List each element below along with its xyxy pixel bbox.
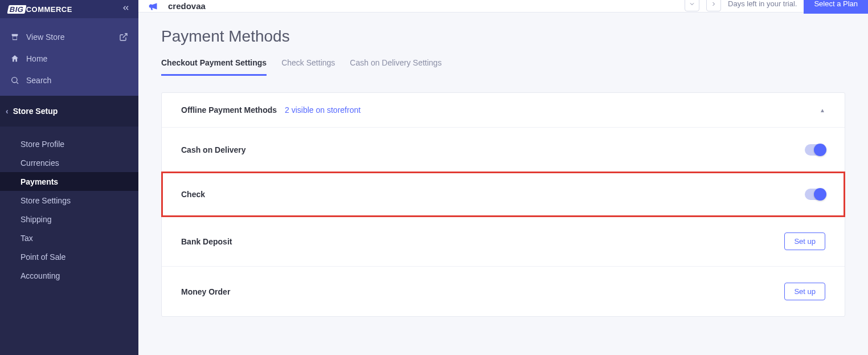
- tab-cash-on-delivery-settings[interactable]: Cash on Delivery Settings: [350, 58, 441, 76]
- payment-method-toggle[interactable]: [805, 189, 825, 200]
- payment-method-setup-button[interactable]: Set up: [784, 283, 825, 300]
- payment-method-toggle[interactable]: [805, 144, 825, 156]
- sidebar-sub-label: Accounting: [21, 271, 60, 280]
- visible-on-storefront-link[interactable]: 2 visible on storefront: [285, 105, 361, 115]
- tab-checkout-payment-settings[interactable]: Checkout Payment Settings: [161, 58, 267, 76]
- sidebar-label-search: Search: [26, 76, 51, 85]
- tabs: Checkout Payment SettingsCheck SettingsC…: [161, 58, 845, 76]
- app-megaphone-icon: [148, 0, 160, 13]
- panel-header: Offline Payment Methods 2 visible on sto…: [162, 93, 845, 128]
- nav-next-button[interactable]: [706, 0, 721, 11]
- app-name: credovaa: [168, 1, 206, 11]
- sidebar: BIGCOMMERCE View Store Home Search: [0, 0, 138, 355]
- external-link-icon: [119, 32, 128, 42]
- topbar: credovaa Days left in your trial. Select…: [138, 0, 868, 13]
- sidebar-item-store-profile[interactable]: Store Profile: [0, 134, 138, 153]
- sidebar-item-currencies[interactable]: Currencies: [0, 153, 138, 172]
- payment-method-row-money-order: Money OrderSet up: [162, 267, 845, 316]
- sidebar-label-home: Home: [26, 54, 47, 63]
- payment-method-name: Check: [181, 190, 805, 199]
- brand-rest: COMMERCE: [26, 5, 72, 14]
- sidebar-sub-label: Tax: [21, 234, 33, 243]
- payment-method-setup-button[interactable]: Set up: [784, 232, 825, 250]
- sidebar-item-home[interactable]: Home: [0, 48, 138, 70]
- toggle-knob: [814, 144, 826, 156]
- chevron-down-icon: [689, 1, 695, 7]
- payment-method-name: Money Order: [181, 287, 784, 296]
- chevron-left-icon: ‹: [6, 107, 9, 116]
- sidebar-brand: BIGCOMMERCE: [0, 0, 138, 18]
- payment-method-name: Bank Deposit: [181, 237, 784, 246]
- sidebar-item-payments[interactable]: Payments: [0, 172, 138, 191]
- sidebar-item-accounting[interactable]: Accounting: [0, 266, 138, 285]
- trial-text: Days left in your trial.: [728, 0, 797, 8]
- payment-method-row-bank-deposit: Bank DepositSet up: [162, 217, 845, 267]
- svg-line-2: [17, 82, 18, 84]
- brand-logo: BIGCOMMERCE: [8, 5, 72, 14]
- toggle-knob: [814, 188, 826, 201]
- brand-big: BIG: [7, 5, 26, 14]
- nav-prev-button[interactable]: [685, 0, 699, 11]
- payment-method-row-check: Check: [162, 172, 845, 217]
- sidebar-item-search[interactable]: Search: [0, 70, 138, 91]
- sidebar-item-view-store[interactable]: View Store: [0, 26, 138, 48]
- sidebar-collapse-button[interactable]: [121, 3, 130, 15]
- sidebar-label-view-store: View Store: [26, 32, 64, 42]
- sidebar-item-shipping[interactable]: Shipping: [0, 210, 138, 228]
- sidebar-item-tax[interactable]: Tax: [0, 228, 138, 247]
- panel-collapse-caret[interactable]: ▲: [820, 107, 825, 113]
- sidebar-sub-label: Store Profile: [21, 140, 64, 149]
- sidebar-item-point-of-sale[interactable]: Point of Sale: [0, 247, 138, 266]
- svg-point-1: [12, 77, 17, 83]
- sidebar-item-store-settings[interactable]: Store Settings: [0, 191, 138, 210]
- store-icon: [10, 32, 19, 42]
- svg-line-0: [123, 34, 127, 38]
- sidebar-sub-label: Point of Sale: [21, 252, 65, 262]
- sidebar-sub-label: Currencies: [21, 158, 59, 168]
- search-icon: [10, 76, 19, 85]
- sidebar-heading-label: Store Setup: [13, 107, 58, 116]
- chevron-right-icon: [710, 1, 717, 7]
- home-icon: [10, 54, 19, 63]
- offline-methods-panel: Offline Payment Methods 2 visible on sto…: [161, 92, 845, 317]
- tab-check-settings[interactable]: Check Settings: [281, 58, 335, 76]
- chevrons-left-icon: [121, 3, 130, 13]
- sidebar-sub-label: Shipping: [21, 215, 52, 224]
- sidebar-sub-label: Store Settings: [21, 196, 71, 205]
- payment-method-name: Cash on Delivery: [181, 145, 805, 154]
- sidebar-heading-store-setup[interactable]: ‹ Store Setup: [0, 96, 138, 127]
- sidebar-sub-label: Payments: [21, 177, 58, 186]
- select-plan-button[interactable]: Select a Plan: [804, 0, 868, 14]
- panel-title: Offline Payment Methods: [181, 105, 277, 115]
- page-title: Payment Methods: [161, 27, 845, 46]
- payment-method-row-cash-on-delivery: Cash on Delivery: [162, 128, 845, 172]
